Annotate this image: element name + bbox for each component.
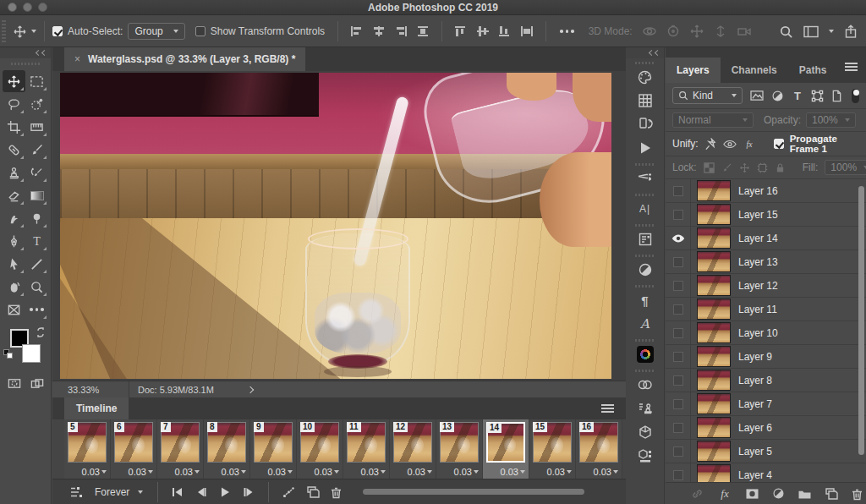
layer-visibility-toggle[interactable] [666,369,691,392]
layer-name[interactable]: Layer 9 [738,351,772,363]
layer-thumbnail[interactable] [697,180,731,201]
layer-visibility-toggle[interactable] [666,416,691,439]
layer-name[interactable]: Layer 15 [738,209,778,221]
layer-visibility-toggle[interactable] [666,345,691,368]
align-vertical-centers-icon[interactable] [476,25,490,37]
align-top-edges-icon[interactable] [454,25,468,37]
distribute-horizontal-icon[interactable] [416,25,430,37]
unify-visibility-icon[interactable] [723,139,737,150]
align-bottom-edges-icon[interactable] [498,25,512,37]
healing-brush-tool[interactable] [3,139,25,161]
history-brush-tool[interactable] [25,162,48,184]
frame-thumbnail-box[interactable]: 15 [533,422,572,463]
layer-row[interactable]: Layer 14 [666,227,866,250]
layer-thumbnail[interactable] [697,275,731,296]
link-layers-icon[interactable] [690,488,704,500]
timeline-frame[interactable]: 6 0.03 [111,419,157,479]
frame-thumbnail-box[interactable]: 13 [440,422,479,463]
layer-visibility-toggle[interactable] [666,274,691,297]
marquee-tool[interactable] [25,70,48,92]
close-tab-icon[interactable]: × [74,53,80,65]
hand-tool[interactable] [3,276,25,298]
frame-thumbnail-box[interactable]: 14 [486,422,525,463]
layer-visibility-toggle[interactable] [666,463,691,482]
layer-name[interactable]: Layer 7 [738,398,772,410]
first-frame-button[interactable] [171,486,184,498]
frame-delay-selector[interactable]: 0.03 [82,467,107,477]
layers-menu-icon[interactable] [845,63,858,71]
edit-toolbar-button[interactable] [25,299,48,320]
layer-thumbnail[interactable] [697,464,731,482]
new-layer-icon[interactable] [825,487,838,501]
frame-delay-selector[interactable]: 0.03 [315,467,339,477]
unify-position-icon[interactable] [704,138,717,151]
layer-visibility-toggle[interactable] [666,179,691,202]
layer-name[interactable]: Layer 16 [738,185,778,197]
lock-artboard-icon[interactable] [757,162,768,173]
layer-name[interactable]: Layer 12 [738,280,778,292]
paragraph-panel-icon[interactable]: ¶ [634,290,656,310]
timeline-frame[interactable]: 9 0.03 [250,419,297,479]
frame-thumbnail-box[interactable]: 12 [393,422,432,463]
layer-name[interactable]: Layer 6 [738,422,772,434]
workspace-switcher-icon[interactable] [803,25,819,38]
layer-thumbnail[interactable] [697,393,731,414]
frame-thumbnail-box[interactable]: 9 [254,422,293,463]
lasso-tool[interactable] [3,93,25,115]
quick-mask-button[interactable] [7,376,22,391]
eraser-tool[interactable] [3,184,25,206]
timeline-frame[interactable]: 10 0.03 [297,419,343,479]
type-tool[interactable]: T [25,230,48,252]
layer-name[interactable]: Layer 11 [738,304,777,315]
tween-frames-icon[interactable] [282,485,296,499]
dock-header[interactable] [626,47,664,58]
lock-position-icon[interactable] [739,162,750,173]
align-horizontal-centers-icon[interactable] [372,25,386,37]
layers-scrollbar[interactable] [858,186,864,455]
character-panel-icon[interactable]: A| [634,199,656,219]
layer-visibility-toggle[interactable] [666,227,691,249]
timeline-frame[interactable]: 5 0.03 [64,419,111,479]
panel-grip[interactable] [635,285,655,288]
panel-grip[interactable] [635,194,655,196]
background-color-swatch[interactable] [22,344,41,363]
move-tool[interactable] [3,70,25,92]
frame-delay-selector[interactable]: 0.03 [594,467,618,477]
swap-colors-icon[interactable] [36,327,46,337]
frame-delay-selector[interactable]: 0.03 [129,467,153,477]
layer-row[interactable]: Layer 8 [666,369,866,392]
clone-stamp-tool[interactable] [3,162,25,184]
history-panel-icon[interactable] [634,114,656,134]
layer-name[interactable]: Layer 8 [738,375,772,386]
filter-adjustment-layers-icon[interactable] [771,90,784,102]
layer-thumbnail[interactable] [697,299,731,320]
path-selection-tool[interactable] [3,253,25,275]
align-right-edges-icon[interactable] [394,25,408,37]
smudge-tool[interactable] [3,207,25,229]
align-left-edges-icon[interactable] [350,25,364,37]
layer-styles-icon[interactable]: fx [717,487,732,500]
collapse-panel-icon[interactable] [650,51,660,55]
layer-row[interactable]: Layer 5 [666,440,866,463]
delete-layer-icon[interactable] [851,487,863,501]
next-frame-button[interactable] [242,486,255,498]
layer-name[interactable]: Layer 4 [738,469,772,481]
previous-frame-button[interactable] [195,486,208,498]
line-tool[interactable] [25,253,48,275]
frame-delay-selector[interactable]: 0.03 [547,467,572,477]
blend-mode-dropdown[interactable]: Normal [672,112,754,128]
layer-thumbnail[interactable] [697,346,731,367]
layer-visibility-toggle[interactable] [666,440,691,463]
panel-grip[interactable] [635,339,655,342]
panel-grip[interactable] [635,163,655,166]
frame-delay-selector[interactable]: 0.03 [175,467,200,477]
timeline-scrollbar[interactable] [363,489,584,495]
timeline-frame[interactable]: 11 0.03 [343,419,390,479]
frame-thumbnail-box[interactable]: 5 [68,422,107,463]
collapse-panel-icon[interactable] [36,51,47,55]
layer-row[interactable]: Layer 4 [666,463,866,482]
fill-field[interactable]: 100% [825,160,866,175]
tab-layers[interactable]: Layers [666,58,721,83]
search-icon[interactable] [779,25,793,39]
properties-panel-icon[interactable] [634,229,656,249]
